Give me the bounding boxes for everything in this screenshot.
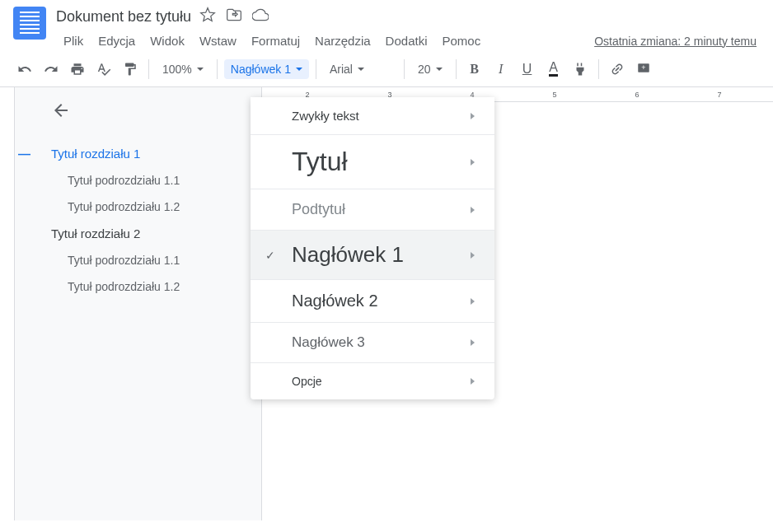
style-option[interactable]: ✓Nagłówek 1: [251, 231, 494, 280]
menu-file[interactable]: Plik: [56, 30, 91, 51]
style-option-label: Podtytuł: [292, 201, 345, 218]
text-color-button[interactable]: A: [542, 58, 565, 81]
style-option-label: Tytuł: [292, 147, 348, 177]
style-option[interactable]: Nagłówek 2: [251, 280, 494, 323]
redo-button[interactable]: [40, 58, 63, 81]
style-option[interactable]: Zwykły tekst: [251, 97, 494, 135]
docs-logo[interactable]: [13, 7, 46, 40]
highlight-button[interactable]: [569, 58, 592, 81]
spellcheck-button[interactable]: [92, 58, 115, 81]
style-option-label: Nagłówek 3: [292, 334, 365, 351]
last-change-link[interactable]: Ostatnia zmiana: 2 minuty temu: [594, 35, 760, 48]
close-outline-button[interactable]: [51, 100, 261, 124]
chevron-right-icon: [471, 378, 475, 385]
insert-link-button[interactable]: [606, 58, 629, 81]
menu-edit[interactable]: Edycja: [91, 30, 143, 51]
add-comment-button[interactable]: +: [632, 58, 655, 81]
font-family-dropdown[interactable]: Arial: [323, 59, 397, 79]
app-header: Dokument bez tytułu Plik Edycja Widok Ws…: [0, 0, 773, 51]
chevron-right-icon: [471, 113, 475, 119]
vertical-ruler: [0, 87, 15, 520]
move-icon[interactable]: [226, 7, 242, 27]
font-size-dropdown[interactable]: 20: [411, 59, 449, 79]
outline-item[interactable]: Tytuł rozdziału 1: [35, 140, 261, 167]
chevron-right-icon: [471, 207, 475, 213]
menu-addons[interactable]: Dodatki: [378, 30, 435, 51]
menu-view[interactable]: Widok: [143, 30, 192, 51]
undo-button[interactable]: [13, 58, 36, 81]
outline-item[interactable]: Tytuł podrozdziału 1.2: [35, 194, 261, 220]
star-icon[interactable]: [199, 7, 216, 27]
menu-format[interactable]: Formatuj: [244, 30, 307, 51]
chevron-right-icon: [471, 159, 475, 166]
print-button[interactable]: [66, 58, 89, 81]
chevron-right-icon: [471, 252, 475, 259]
toolbar: 100% Nagłówek 1 Arial 20 B I U A +: [0, 51, 773, 87]
chevron-right-icon: [471, 339, 475, 346]
menu-tools[interactable]: Narzędzia: [307, 30, 378, 51]
style-option[interactable]: Opcje: [251, 363, 494, 399]
menu-bar: Plik Edycja Widok Wstaw Formatuj Narzędz…: [56, 30, 760, 51]
style-option-label: Zwykły tekst: [292, 109, 359, 123]
style-option[interactable]: Podtytuł: [251, 189, 494, 231]
underline-button[interactable]: U: [516, 58, 539, 81]
style-option[interactable]: Tytuł: [251, 135, 494, 189]
outline-item[interactable]: Tytuł podrozdziału 1.1: [35, 167, 261, 194]
style-option-label: Nagłówek 1: [292, 242, 404, 268]
menu-insert[interactable]: Wstaw: [192, 30, 244, 51]
italic-button[interactable]: I: [490, 58, 513, 81]
paragraph-style-menu: Zwykły tekstTytułPodtytuł✓Nagłówek 1Nagł…: [251, 97, 494, 399]
zoom-dropdown[interactable]: 100%: [156, 59, 210, 79]
chevron-right-icon: [471, 298, 475, 305]
outline-item[interactable]: Tytuł podrozdziału 1.1: [35, 247, 261, 273]
svg-text:+: +: [641, 63, 645, 71]
style-option[interactable]: Nagłówek 3: [251, 323, 494, 363]
bold-button[interactable]: B: [463, 58, 486, 81]
cloud-icon[interactable]: [252, 7, 269, 27]
paint-format-button[interactable]: [119, 58, 142, 81]
style-option-label: Nagłówek 2: [292, 292, 378, 310]
menu-help[interactable]: Pomoc: [434, 30, 488, 51]
document-title[interactable]: Dokument bez tytułu: [56, 8, 191, 26]
check-icon: ✓: [265, 249, 275, 262]
outline-panel: Tytuł rozdziału 1Tytuł podrozdziału 1.1T…: [15, 87, 262, 520]
paragraph-style-dropdown[interactable]: Nagłówek 1: [224, 59, 309, 79]
style-option-label: Opcje: [292, 375, 322, 388]
outline-item[interactable]: Tytuł rozdziału 2: [35, 220, 261, 247]
outline-item[interactable]: Tytuł podrozdziału 1.2: [35, 273, 261, 300]
